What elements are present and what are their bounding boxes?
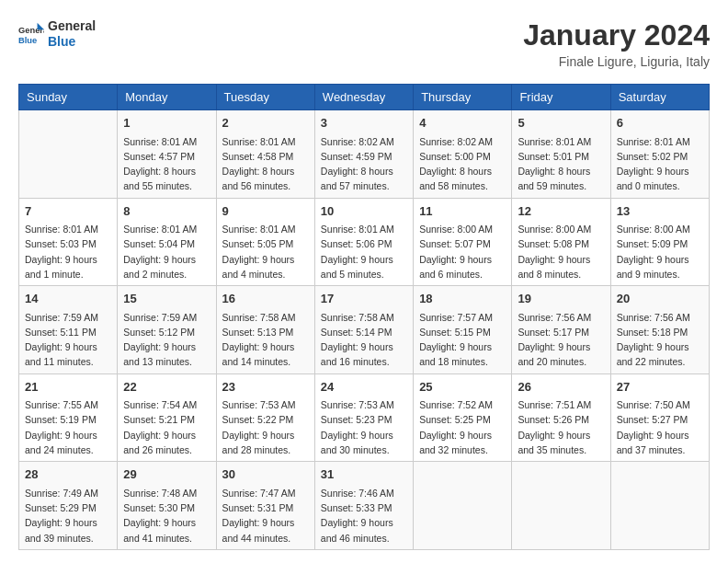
day-content: Sunrise: 7:57 AMSunset: 5:15 PMDaylight:… (419, 310, 506, 370)
day-number: 11 (419, 202, 506, 221)
header-cell-saturday: Saturday (610, 85, 709, 110)
day-content: Sunrise: 8:02 AMSunset: 4:59 PMDaylight:… (321, 134, 407, 194)
calendar-cell: 7Sunrise: 8:01 AMSunset: 5:03 PMDaylight… (19, 198, 118, 286)
day-number: 22 (123, 378, 210, 396)
calendar-cell: 29Sunrise: 7:48 AMSunset: 5:30 PMDayligh… (118, 462, 216, 550)
day-content: Sunrise: 8:01 AMSunset: 5:06 PMDaylight:… (321, 222, 407, 282)
day-content: Sunrise: 7:56 AMSunset: 5:17 PMDaylight:… (518, 310, 604, 370)
logo-blue: Blue (48, 34, 96, 50)
calendar-cell: 27Sunrise: 7:50 AMSunset: 5:27 PMDayligh… (610, 373, 709, 462)
calendar-cell: 1Sunrise: 8:01 AMSunset: 4:57 PMDaylight… (118, 110, 216, 199)
day-number: 19 (518, 290, 604, 308)
day-content: Sunrise: 7:54 AMSunset: 5:21 PMDaylight:… (123, 397, 210, 457)
calendar-cell: 14Sunrise: 7:59 AMSunset: 5:11 PMDayligh… (19, 286, 118, 374)
logo-general: General (48, 18, 96, 34)
day-content: Sunrise: 8:02 AMSunset: 5:00 PMDaylight:… (419, 134, 506, 194)
header-row: SundayMondayTuesdayWednesdayThursdayFrid… (19, 85, 710, 110)
day-number: 31 (321, 465, 407, 484)
calendar-cell: 30Sunrise: 7:47 AMSunset: 5:31 PMDayligh… (216, 462, 314, 550)
calendar-cell: 12Sunrise: 8:00 AMSunset: 5:08 PMDayligh… (512, 198, 610, 286)
day-content: Sunrise: 8:00 AMSunset: 5:07 PMDaylight:… (419, 222, 506, 282)
day-number: 9 (222, 202, 309, 221)
day-content: Sunrise: 7:46 AMSunset: 5:33 PMDaylight:… (321, 486, 407, 546)
day-number: 12 (518, 202, 604, 221)
day-number: 21 (25, 378, 111, 396)
day-content: Sunrise: 8:00 AMSunset: 5:09 PMDaylight:… (617, 222, 703, 282)
day-number: 25 (419, 378, 506, 396)
day-number: 26 (518, 378, 604, 396)
day-number: 10 (321, 202, 407, 221)
day-content: Sunrise: 7:58 AMSunset: 5:14 PMDaylight:… (321, 310, 407, 370)
day-content: Sunrise: 8:00 AMSunset: 5:08 PMDaylight:… (518, 222, 604, 282)
week-row-5: 28Sunrise: 7:49 AMSunset: 5:29 PMDayligh… (19, 462, 710, 550)
day-number: 2 (222, 114, 309, 132)
calendar-cell: 26Sunrise: 7:51 AMSunset: 5:26 PMDayligh… (512, 373, 610, 462)
calendar-cell (19, 110, 118, 199)
day-content: Sunrise: 7:59 AMSunset: 5:11 PMDaylight:… (25, 310, 111, 370)
day-number: 5 (518, 114, 604, 132)
page-header: General Blue General Blue January 2024 F… (18, 18, 710, 69)
calendar-cell: 23Sunrise: 7:53 AMSunset: 5:22 PMDayligh… (216, 373, 314, 462)
svg-text:Blue: Blue (18, 36, 37, 45)
day-content: Sunrise: 8:01 AMSunset: 4:58 PMDaylight:… (222, 134, 309, 194)
day-content: Sunrise: 7:52 AMSunset: 5:25 PMDaylight:… (419, 397, 506, 457)
day-content: Sunrise: 8:01 AMSunset: 5:01 PMDaylight:… (518, 134, 604, 194)
day-number: 14 (25, 290, 111, 308)
day-content: Sunrise: 7:56 AMSunset: 5:18 PMDaylight:… (617, 310, 703, 370)
day-content: Sunrise: 8:01 AMSunset: 5:05 PMDaylight:… (222, 222, 309, 282)
week-row-1: 1Sunrise: 8:01 AMSunset: 4:57 PMDaylight… (19, 110, 710, 199)
day-number: 16 (222, 290, 309, 308)
calendar-table: SundayMondayTuesdayWednesdayThursdayFrid… (18, 84, 710, 550)
calendar-cell: 3Sunrise: 8:02 AMSunset: 4:59 PMDaylight… (314, 110, 413, 199)
day-content: Sunrise: 7:48 AMSunset: 5:30 PMDaylight:… (123, 486, 210, 546)
logo-icon: General Blue (18, 21, 44, 47)
calendar-cell: 18Sunrise: 7:57 AMSunset: 5:15 PMDayligh… (414, 286, 512, 374)
header-cell-thursday: Thursday (414, 85, 512, 110)
day-number: 15 (123, 290, 210, 308)
calendar-cell: 16Sunrise: 7:58 AMSunset: 5:13 PMDayligh… (216, 286, 314, 374)
day-number: 8 (123, 202, 210, 221)
calendar-cell: 5Sunrise: 8:01 AMSunset: 5:01 PMDaylight… (512, 110, 610, 199)
calendar-cell: 24Sunrise: 7:53 AMSunset: 5:23 PMDayligh… (314, 373, 413, 462)
header-cell-sunday: Sunday (19, 85, 118, 110)
calendar-body: 1Sunrise: 8:01 AMSunset: 4:57 PMDaylight… (19, 110, 710, 550)
day-content: Sunrise: 7:51 AMSunset: 5:26 PMDaylight:… (518, 397, 604, 457)
header-cell-monday: Monday (118, 85, 216, 110)
week-row-4: 21Sunrise: 7:55 AMSunset: 5:19 PMDayligh… (19, 373, 710, 462)
calendar-cell: 11Sunrise: 8:00 AMSunset: 5:07 PMDayligh… (414, 198, 512, 286)
calendar-cell (414, 462, 512, 550)
day-content: Sunrise: 7:59 AMSunset: 5:12 PMDaylight:… (123, 310, 210, 370)
header-cell-wednesday: Wednesday (314, 85, 413, 110)
day-content: Sunrise: 7:58 AMSunset: 5:13 PMDaylight:… (222, 310, 309, 370)
day-number: 1 (123, 114, 210, 132)
day-content: Sunrise: 7:53 AMSunset: 5:23 PMDaylight:… (321, 397, 407, 457)
title-block: January 2024 Finale Ligure, Liguria, Ita… (523, 18, 710, 69)
day-number: 27 (617, 378, 703, 396)
day-content: Sunrise: 8:01 AMSunset: 5:03 PMDaylight:… (25, 222, 111, 282)
day-content: Sunrise: 7:55 AMSunset: 5:19 PMDaylight:… (25, 397, 111, 457)
day-content: Sunrise: 8:01 AMSunset: 5:04 PMDaylight:… (123, 222, 210, 282)
calendar-cell: 9Sunrise: 8:01 AMSunset: 5:05 PMDaylight… (216, 198, 314, 286)
day-number: 28 (25, 465, 111, 484)
calendar-cell: 4Sunrise: 8:02 AMSunset: 5:00 PMDaylight… (414, 110, 512, 199)
day-content: Sunrise: 7:50 AMSunset: 5:27 PMDaylight:… (617, 397, 703, 457)
month-year-title: January 2024 (523, 18, 710, 52)
day-number: 24 (321, 378, 407, 396)
calendar-cell: 8Sunrise: 8:01 AMSunset: 5:04 PMDaylight… (118, 198, 216, 286)
day-number: 18 (419, 290, 506, 308)
day-number: 6 (617, 114, 703, 132)
calendar-cell: 15Sunrise: 7:59 AMSunset: 5:12 PMDayligh… (118, 286, 216, 374)
day-number: 29 (123, 465, 210, 484)
day-content: Sunrise: 7:49 AMSunset: 5:29 PMDaylight:… (25, 486, 111, 546)
calendar-cell (610, 462, 709, 550)
week-row-2: 7Sunrise: 8:01 AMSunset: 5:03 PMDaylight… (19, 198, 710, 286)
calendar-cell: 6Sunrise: 8:01 AMSunset: 5:02 PMDaylight… (610, 110, 709, 199)
day-number: 7 (25, 202, 111, 221)
calendar-header: SundayMondayTuesdayWednesdayThursdayFrid… (19, 85, 710, 110)
calendar-cell (512, 462, 610, 550)
day-number: 23 (222, 378, 309, 396)
day-content: Sunrise: 8:01 AMSunset: 4:57 PMDaylight:… (123, 134, 210, 194)
calendar-cell: 2Sunrise: 8:01 AMSunset: 4:58 PMDaylight… (216, 110, 314, 199)
header-cell-tuesday: Tuesday (216, 85, 314, 110)
week-row-3: 14Sunrise: 7:59 AMSunset: 5:11 PMDayligh… (19, 286, 710, 374)
